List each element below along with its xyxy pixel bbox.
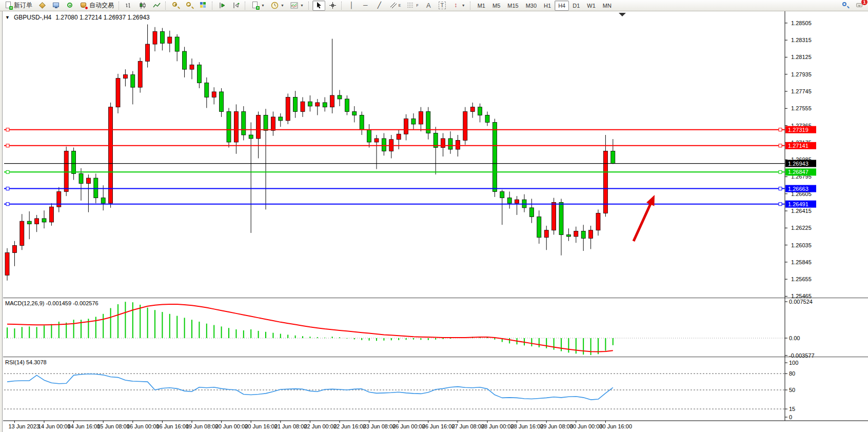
svg-text:1.25845: 1.25845 [791,259,812,265]
zoom-in-button[interactable]: + [169,1,182,11]
svg-text:27 Jun 08:00: 27 Jun 08:00 [451,423,484,429]
svg-text:22 Jun 00:00: 22 Jun 00:00 [304,423,337,429]
timeframe-label: H1 [543,3,552,9]
tile-windows-button[interactable] [197,1,210,11]
svg-text:80: 80 [789,370,795,377]
candle-chart-type-button[interactable] [136,1,149,11]
timeframe-h1-button[interactable]: H1 [540,1,555,11]
chart-title-symbol: GBPUSD-,H4 [14,14,51,21]
horizontal-line-tool-button[interactable]: ─ [359,1,372,11]
chart-shift-button[interactable] [230,1,243,11]
svg-text:30 Jun 00:00: 30 Jun 00:00 [570,423,603,429]
svg-text:0.007524: 0.007524 [789,299,813,305]
candlestick-icon [139,2,147,9]
chart-title: ▼ GBPUSD-,H4 1.27080 1.27214 1.26937 1.2… [5,14,150,21]
periods-button[interactable]: ▼ [268,1,287,11]
svg-text:19 Jun 08:00: 19 Jun 08:00 [186,423,219,429]
tile-windows-icon [200,2,207,9]
svg-text:29 Jun 08:00: 29 Jun 08:00 [540,423,573,429]
vertical-line-icon: │ [348,2,356,9]
arrows-tool-button[interactable]: ↕ ▼ [449,1,468,11]
svg-text:23 Jun 08:00: 23 Jun 08:00 [363,423,396,429]
crosshair-tool-button[interactable] [326,1,339,11]
timeframe-label: MN [602,3,613,9]
bar-chart-icon [125,2,133,9]
cursor-tool-button[interactable] [312,1,325,11]
svg-text:16 Jun 16:00: 16 Jun 16:00 [156,423,189,429]
new-order-label: 新订单 [14,1,32,10]
channel-icon [389,2,397,9]
price-chart[interactable]: 1.285051.283151.281251.279351.277451.275… [0,11,868,432]
svg-text:1.26035: 1.26035 [791,242,812,248]
svg-text:-0.003577: -0.003577 [789,352,815,359]
window-left-edge [0,11,3,432]
vertical-line-tool-button[interactable]: │ [345,1,358,11]
timeframe-label: M15 [506,3,519,9]
trendline-tool-button[interactable]: ╱ [373,1,386,11]
new-chart-button[interactable]: + ▼ [249,1,267,11]
svg-text:0.00: 0.00 [789,335,800,341]
auto-trading-button[interactable]: 自动交易 [77,1,116,11]
chart-shift-icon [232,2,240,9]
timeframe-mn-button[interactable]: MN [599,1,615,11]
main-toolbar: + 新订单 自动交易 + − + ▼ [0,0,868,11]
arrows-caret-icon: ▼ [462,4,465,7]
svg-text:21 Jun 08:00: 21 Jun 08:00 [274,423,307,429]
svg-text:20 Jun 00:00: 20 Jun 00:00 [215,423,248,429]
periods-caret-icon: ▼ [281,4,284,7]
timeframe-label: D1 [571,3,581,9]
svg-text:14 Jun 00:00: 14 Jun 00:00 [38,423,71,429]
charts-button[interactable] [50,1,63,11]
auto-scroll-button[interactable] [216,1,229,11]
auto-trading-label: 自动交易 [89,1,114,10]
zoom-out-icon: − [186,2,193,9]
new-order-icon: + [5,2,12,9]
indicators-button[interactable]: ▼ [288,1,306,11]
fibonacci-sub-label: F [416,4,418,7]
signals-button[interactable] [64,1,76,11]
indicators-icon [290,2,298,9]
auto-scroll-icon [219,2,226,9]
timeframe-m15-button[interactable]: M15 [504,1,522,11]
svg-text:1.27319: 1.27319 [788,127,808,133]
timeframe-m30-button[interactable]: M30 [522,1,540,11]
timeframe-w1-button[interactable]: W1 [583,1,599,11]
signal-icon [66,2,74,9]
svg-text:14 Jun 16:00: 14 Jun 16:00 [68,423,101,429]
search-button[interactable] [839,1,852,11]
svg-text:1.26663: 1.26663 [788,186,808,192]
market-watch-button[interactable] [36,1,49,11]
bar-chart-type-button[interactable] [123,1,135,11]
svg-text:1.27745: 1.27745 [791,88,812,94]
timeframe-m5-button[interactable]: M5 [489,1,504,11]
new-order-button[interactable]: + 新订单 [2,1,35,11]
svg-text:1.28125: 1.28125 [791,54,812,60]
svg-text:28 Jun 00:00: 28 Jun 00:00 [481,423,514,429]
fibonacci-tool-button[interactable]: F [404,1,421,11]
timeframe-label: M30 [525,3,538,9]
timeframe-h4-button[interactable]: H4 [555,1,569,11]
horizontal-line-icon: ─ [362,2,369,9]
notifications-button[interactable]: 1 [853,1,866,11]
search-icon [842,2,850,9]
text-label-icon: T [439,2,446,9]
timeframe-label: M1 [477,3,486,9]
svg-text:1.26415: 1.26415 [791,208,812,214]
fibonacci-icon [407,2,415,9]
channel-tool-button[interactable]: E [387,1,404,11]
svg-text:1.25655: 1.25655 [791,276,812,282]
symbol-dropdown-icon[interactable]: ▼ [5,15,10,20]
line-chart-type-button[interactable] [150,1,163,11]
timeframe-m1-button[interactable]: M1 [474,1,489,11]
zoom-out-button[interactable]: − [183,1,196,11]
macd-label: MACD(12,26,9) -0.001459 -0.002576 [5,300,98,306]
text-tool-button[interactable]: A [422,1,435,11]
timeframe-label: H4 [557,3,566,9]
text-label-tool-button[interactable]: T [436,1,448,11]
timeframe-label: M5 [491,3,501,9]
gold-diamond-icon [38,2,46,9]
timeframe-bar: M1M5M15M30H1H4D1W1MN [474,1,615,11]
timeframe-d1-button[interactable]: D1 [569,1,583,11]
new-chart-caret-icon: ▼ [261,4,265,7]
svg-text:1.26225: 1.26225 [791,225,812,231]
